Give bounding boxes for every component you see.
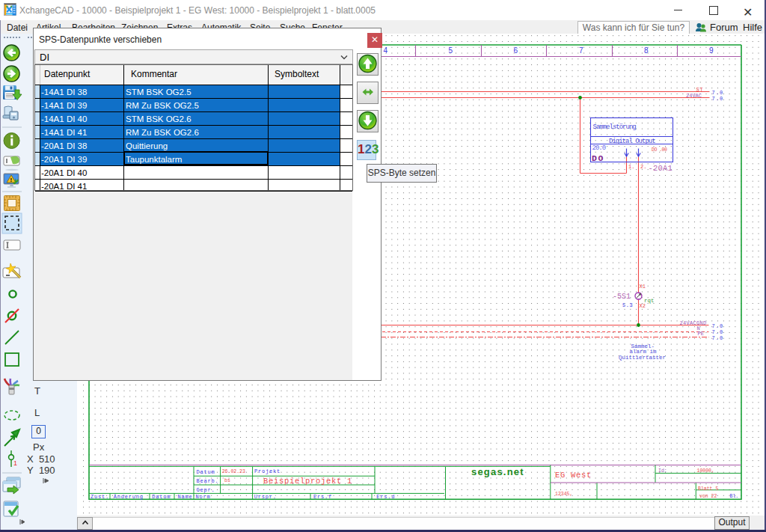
svg-text:-20A1: -20A1 — [649, 164, 673, 173]
svg-text:Datum: Datum — [197, 469, 215, 475]
svg-text:Digital Output: Digital Output — [609, 138, 655, 145]
svg-text:!: ! — [10, 177, 13, 183]
svg-text:Blatt 5: Blatt 5 — [698, 486, 718, 492]
svg-text:24VACGND: 24VACGND — [680, 320, 707, 326]
svg-text:7.0: 7.0 — [712, 90, 724, 96]
svg-text:7: 7 — [579, 46, 583, 55]
svg-text:segas.net: segas.net — [471, 466, 524, 477]
svg-text:Änderung: Änderung — [114, 494, 144, 500]
svg-text:X1: X1 — [640, 284, 646, 290]
svg-text:6: 6 — [514, 46, 518, 55]
svg-text:1: 1 — [13, 459, 17, 467]
svg-text:5: 5 — [449, 46, 453, 55]
svg-text:Norm: Norm — [196, 494, 211, 500]
svg-text:2.: 2. — [640, 164, 646, 170]
svg-text:DO: DO — [592, 153, 604, 163]
svg-text:Projekt: Projekt — [254, 468, 281, 474]
svg-text:bs: bs — [224, 478, 230, 483]
svg-text:rqt: rqt — [644, 298, 655, 304]
svg-text:8: 8 — [644, 46, 649, 55]
svg-text:Bl.: Bl. — [730, 494, 739, 499]
svg-text:EG West: EG West — [555, 471, 592, 480]
svg-text:24VAC: 24VAC — [686, 93, 702, 99]
svg-text:Id:: Id: — [658, 468, 667, 474]
svg-text:X2: X2 — [640, 303, 646, 309]
svg-text:Name: Name — [177, 494, 192, 500]
svg-text:9: 9 — [709, 46, 714, 55]
svg-text:10000,: 10000, — [697, 468, 714, 474]
svg-text:12345,: 12345, — [555, 492, 572, 497]
svg-text:4: 4 — [384, 46, 388, 55]
svg-text:7.0: 7.0 — [712, 96, 724, 102]
svg-text:5.3: 5.3 — [622, 302, 633, 308]
svg-text:Zust.: Zust. — [91, 494, 109, 500]
svg-text:von 22: von 22 — [699, 494, 717, 499]
svg-text:1.: 1. — [628, 164, 634, 170]
svg-text:Gepr.: Gepr. — [197, 487, 215, 493]
svg-text:26.02.23: 26.02.23 — [222, 469, 245, 474]
svg-text:7.0: 7.0 — [712, 329, 724, 335]
svg-text:Sammelstörung: Sammelstörung — [593, 123, 637, 131]
svg-text:Beispielprojekt 1: Beispielprojekt 1 — [263, 477, 352, 486]
svg-text:-5S1: -5S1 — [613, 293, 631, 301]
svg-text:Bearb.: Bearb. — [197, 478, 219, 484]
svg-text:20.0: 20.0 — [592, 144, 606, 152]
svg-text:ST: ST — [696, 87, 704, 93]
svg-text:Datum: Datum — [152, 494, 171, 500]
svg-text:DO .00: DO .00 — [652, 147, 667, 153]
svg-text:Quittiertaster: Quittiertaster — [619, 355, 666, 361]
svg-text:Urspr.: Urspr. — [254, 494, 277, 500]
svg-text:Ers.d: Ers.d — [376, 494, 395, 500]
svg-text:Ers.f: Ers.f — [313, 494, 332, 500]
svg-text:7.0: 7.0 — [712, 335, 724, 341]
svg-text:PE: PE — [698, 331, 704, 337]
svg-text:7.0: 7.0 — [712, 323, 724, 329]
